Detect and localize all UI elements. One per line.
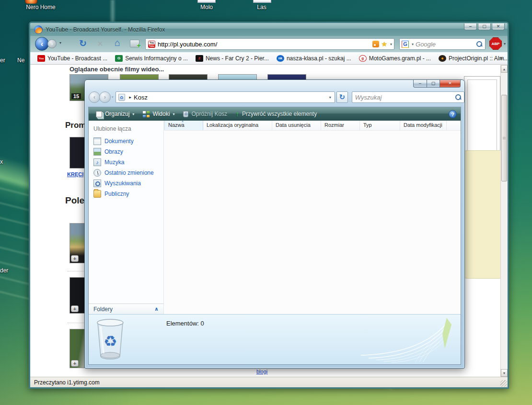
desktop-icon-partial[interactable]: der — [0, 267, 8, 274]
desktop-icon-molo[interactable]: Molo — [192, 4, 221, 11]
recycle-bin-icon: ♻ — [183, 111, 188, 117]
sidebar-item-label: Muzyka — [104, 159, 124, 166]
scroll-down-icon[interactable]: ▼ — [501, 369, 508, 377]
search-box[interactable]: G ▾ — [399, 38, 486, 50]
column-label: Rozmiar — [324, 122, 344, 128]
column-header-lokalizacja[interactable]: Lokalizacja oryginalna — [203, 121, 272, 130]
maximize-button[interactable]: ▢ — [478, 23, 491, 30]
column-header-typ[interactable]: Typ — [360, 121, 400, 130]
sidebar-item-dokumenty[interactable]: Dokumenty — [89, 136, 163, 146]
restore-all-button[interactable]: ↑ Przywróć wszystkie elementy — [232, 109, 320, 119]
address-bar[interactable]: ♻ ▸ Kosz ▾ — [116, 91, 335, 103]
web-search-input[interactable] — [416, 41, 476, 48]
page-scrollbar[interactable]: ▲ ▼ — [500, 65, 508, 377]
desktop-icon-partial[interactable]: x — [0, 158, 3, 165]
home-button[interactable]: ⌂ — [112, 37, 123, 48]
sidebar-item-ostatnio-zmienione[interactable]: Ostatnio zmienione — [89, 168, 163, 178]
sidebar-item-obrazy[interactable]: Obrazy — [89, 146, 163, 157]
refresh-button[interactable]: ↻ — [336, 91, 348, 103]
back-button[interactable]: ‹ — [89, 91, 100, 103]
firefox-titlebar[interactable]: YouTube - Broadcast Yourself. - Mozilla … — [30, 23, 508, 36]
close-button[interactable]: ✕ — [440, 80, 461, 88]
search-icon[interactable] — [455, 94, 462, 101]
nasza-klasa-bookmark-icon: nk — [277, 55, 284, 62]
minimize-button[interactable]: ‒ — [464, 23, 477, 30]
url-dropdown-icon[interactable]: ▾ — [390, 42, 392, 46]
explorer-search-input[interactable] — [355, 94, 455, 101]
sidebar-item-wyszukiwania[interactable]: Wyszukiwania — [89, 178, 163, 189]
adblock-icon[interactable]: ABP — [489, 37, 502, 50]
bookmark-item[interactable]: g MotoGames.gram.pl - ... — [356, 54, 434, 63]
desktop-icon-nero-home[interactable]: Nero Home — [19, 4, 62, 11]
views-button[interactable]: Widoki ▾ — [139, 109, 178, 119]
resize-grip[interactable] — [500, 380, 507, 387]
las-icon[interactable] — [253, 0, 271, 3]
molo-icon[interactable] — [197, 0, 216, 3]
empty-recycle-bin-button[interactable]: ♻ Opróżnij Kosz — [180, 109, 231, 119]
public-folder-icon — [93, 190, 101, 198]
explorer-window: ‒ ▢ ✕ ‹ › ▾ ♻ ▸ Kosz ▾ ↻ Or — [84, 79, 465, 369]
navigation-pane: Ulubione łącza Dokumenty Obrazy ♪ Muzy — [89, 121, 164, 314]
reload-button[interactable]: ↻ — [77, 38, 89, 49]
youtube-bookmark-icon: You — [37, 55, 45, 62]
add-to-list-button[interactable]: + — [71, 255, 79, 262]
forward-button[interactable]: › — [47, 39, 57, 48]
close-button[interactable]: ✕ — [492, 23, 505, 30]
add-to-list-button[interactable]: + — [71, 360, 79, 367]
promoted-video-link[interactable]: KRĘCI — [67, 171, 83, 177]
sidebar-item-publiczny[interactable]: Publiczny — [89, 189, 163, 199]
url-bar[interactable]: You Tube ★ ▾ — [145, 38, 394, 50]
history-dropdown-icon[interactable]: ▾ — [58, 41, 63, 45]
items-count: Elementów: 0 — [166, 320, 204, 327]
music-icon: ♪ — [93, 158, 101, 166]
new-tab-icon[interactable]: + — [130, 40, 139, 47]
adblock-dropdown-icon[interactable]: ▾ — [504, 42, 506, 46]
organize-button[interactable]: Organizuj ▾ — [93, 109, 138, 119]
search-icon[interactable] — [476, 41, 483, 47]
forward-button[interactable]: › — [99, 91, 111, 103]
help-button[interactable]: ? — [449, 110, 457, 118]
maximize-button[interactable]: ▢ — [427, 80, 440, 88]
add-to-list-button[interactable]: + — [71, 305, 79, 312]
sidebar-item-muzyka[interactable]: ♪ Muzyka — [89, 157, 163, 168]
firefox-window-title: YouTube - Broadcast Yourself. - Mozilla … — [46, 26, 165, 33]
blogs-link[interactable]: blogi — [256, 369, 267, 374]
folders-expander[interactable]: Foldery ∧ — [89, 304, 164, 314]
breadcrumb[interactable]: Kosz — [134, 94, 148, 101]
address-dropdown-icon[interactable]: ▾ — [329, 95, 331, 100]
decorative-swoosh — [350, 314, 461, 364]
column-label: Data modyfikacji — [404, 122, 442, 128]
bookmark-item[interactable]: 2 News - Far Cry 2 - Pier... — [192, 54, 272, 63]
scroll-up-icon[interactable]: ▲ — [501, 65, 508, 73]
column-header-nazwa[interactable]: ▲ Nazwa — [164, 121, 203, 130]
minimize-button[interactable]: ‒ — [413, 80, 427, 88]
rss-icon[interactable] — [372, 41, 379, 47]
bookmark-star-icon[interactable]: ★ — [381, 40, 387, 48]
page-highlight-panel — [463, 150, 506, 279]
column-header-rozmiar[interactable]: Rozmiar — [321, 121, 360, 130]
bookmark-item[interactable]: nk nasza-klasa.pl - szukaj ... — [273, 54, 355, 63]
explorer-search-box[interactable] — [352, 91, 464, 103]
status-text: Przeczytano i1.ytimg.com — [34, 379, 100, 386]
desktop-icon-las[interactable]: Las — [247, 4, 276, 11]
desktop-icon-partial[interactable]: er — [0, 57, 5, 64]
sidebar-item-label: Wyszukiwania — [104, 180, 141, 187]
organize-icon — [96, 111, 102, 117]
desktop-icon-partial[interactable]: Ne — [17, 57, 24, 64]
bookmark-item[interactable]: G Serwis Informacyjny o ... — [112, 54, 191, 63]
bookmarks-overflow-icon[interactable]: » — [499, 55, 503, 62]
engine-dropdown-icon[interactable]: ▾ — [412, 42, 414, 46]
video-duration-badge: 15 — [71, 93, 81, 99]
google-engine-icon[interactable]: G — [402, 41, 409, 48]
nero-home-icon[interactable] — [25, 0, 37, 4]
sidebar-item-label: Dokumenty — [104, 138, 134, 145]
stop-button[interactable]: ✕ — [94, 39, 106, 48]
column-header-data-modyfikacji[interactable]: Data modyfikacji — [400, 121, 447, 130]
back-button[interactable]: ‹ — [35, 37, 49, 51]
column-header-data-usuniecia[interactable]: Data usunięcia — [272, 121, 321, 130]
bookmark-item[interactable]: You YouTube - Broadcast ... — [34, 54, 111, 63]
url-input[interactable] — [158, 41, 372, 48]
column-label: Typ — [363, 122, 372, 128]
scrollbar-thumb[interactable] — [501, 95, 507, 181]
nav-history-dropdown-icon[interactable]: ▾ — [112, 95, 114, 99]
